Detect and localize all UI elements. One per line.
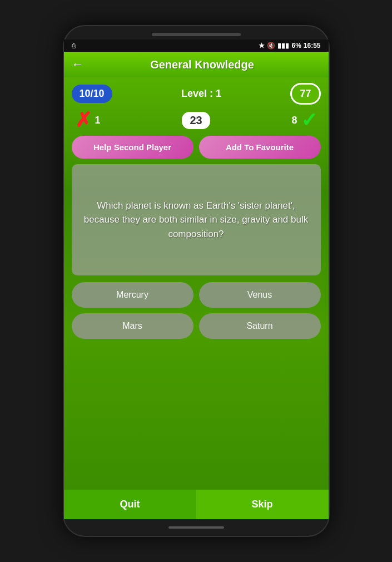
page-title: General Knowledge (84, 58, 321, 71)
help-second-player-button[interactable]: Help Second Player (72, 136, 193, 159)
correct-count: 8 (291, 115, 297, 126)
correct-icon: ✓ (301, 110, 317, 130)
usb-icon: ⎙ (72, 42, 76, 50)
question-box: Which planet is known as Earth's 'sister… (72, 164, 321, 275)
status-left: ⎙ (72, 42, 76, 50)
home-indicator (168, 526, 224, 529)
wrong-icon: ✗ (75, 110, 92, 130)
answer-saturn[interactable]: Saturn (199, 313, 321, 339)
stats-row: ✗ 1 23 8 ✓ (64, 108, 329, 136)
time-label: 16:55 (304, 42, 321, 50)
answer-venus[interactable]: Venus (199, 282, 321, 308)
answers-grid: Mercury Venus Mars Saturn (64, 282, 329, 344)
phone-shell: ⎙ ★ 🔇 ▮▮▮ 6% 16:55 ← General Knowledge 1… (63, 25, 330, 537)
wrong-stat: ✗ 1 (75, 110, 101, 130)
wrong-count: 1 (95, 115, 101, 126)
correct-stat: 8 ✓ (291, 110, 317, 130)
signal-icon: ▮▮▮ (277, 42, 289, 50)
answer-mars[interactable]: Mars (72, 313, 193, 339)
question-progress-badge: 10/10 (72, 85, 112, 103)
status-bar: ⎙ ★ 🔇 ▮▮▮ 6% 16:55 (64, 40, 329, 52)
top-bar: ← General Knowledge (64, 52, 329, 77)
skip-button[interactable]: Skip (196, 490, 329, 519)
timer-stat: 23 (182, 112, 210, 129)
battery-label: 6% (291, 42, 301, 50)
score-row: 10/10 Level : 1 77 (64, 77, 329, 108)
level-label: Level : 1 (181, 88, 221, 100)
phone-bottom (168, 519, 224, 536)
phone-screen: ← General Knowledge 10/10 Level : 1 77 ✗… (64, 52, 329, 519)
mute-icon: 🔇 (267, 42, 275, 50)
points-badge: 77 (290, 83, 320, 105)
back-button[interactable]: ← (72, 57, 84, 72)
bluetooth-icon: ★ (259, 42, 265, 50)
action-row: Help Second Player Add To Favourite (64, 136, 329, 164)
quit-button[interactable]: Quit (64, 490, 196, 519)
add-to-favourite-button[interactable]: Add To Favourite (199, 136, 321, 159)
answer-mercury[interactable]: Mercury (72, 282, 193, 308)
status-right: ★ 🔇 ▮▮▮ 6% 16:55 (259, 42, 320, 50)
bottom-row: Quit Skip (64, 490, 329, 519)
speaker-bar (152, 33, 241, 36)
timer-badge: 23 (182, 112, 210, 129)
question-text: Which planet is known as Earth's 'sister… (81, 199, 312, 241)
